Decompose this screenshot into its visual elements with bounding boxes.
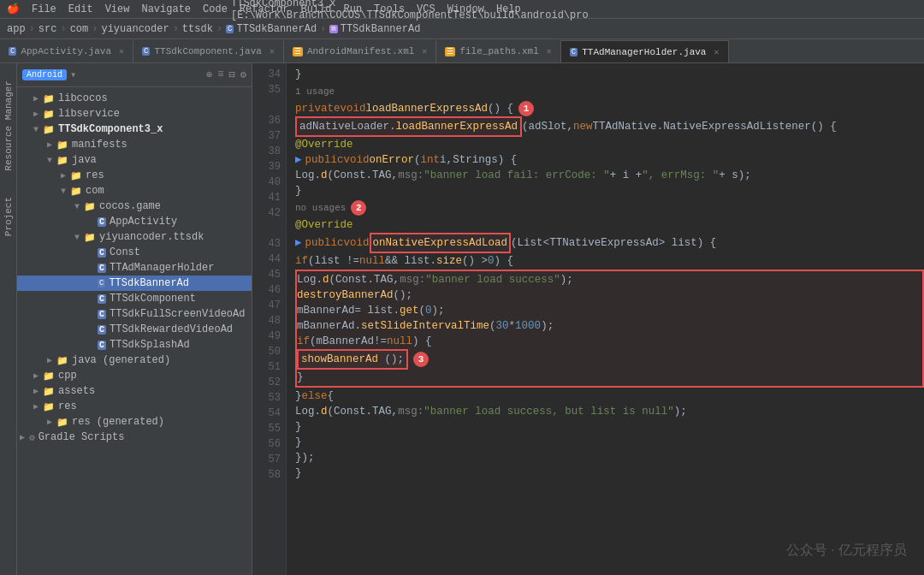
- settings-icon[interactable]: ⚙: [240, 68, 246, 81]
- code-line-44: ▶ public void onNativeExpressAdLoad ( Li…: [295, 233, 924, 253]
- circle-2: 2: [351, 200, 366, 216]
- tree-ttsdk-rewarded[interactable]: C TTSdkRewardedVideoAd: [17, 322, 252, 337]
- folder-icon-java-generated: 📁: [56, 355, 68, 366]
- label-java-generated: java (generated): [72, 354, 170, 366]
- project-sidebar: Android ▾ ⊕ ≡ ⊟ ⚙ ▶ 📁 libcocos ▶: [17, 63, 252, 575]
- dropdown-arrow[interactable]: ▾: [70, 68, 76, 81]
- tab-filepaths[interactable]: ☰ file_paths.xml ✕: [436, 40, 560, 62]
- line-numbers: 34 35 __ 36 37 38 39 40 41 42 __ 43 44 4…: [252, 63, 287, 575]
- folder-icon-com: 📁: [70, 186, 82, 197]
- folder-icon-libcocos: 📁: [43, 93, 55, 104]
- tab-xml-icon: ☰: [293, 47, 303, 56]
- tree-const[interactable]: C Const: [17, 245, 252, 260]
- code-line-57: });: [295, 450, 924, 465]
- tree-cocos-game[interactable]: ▼ 📁 cocos.game: [17, 199, 252, 214]
- tree-yiyuancoder[interactable]: ▼ 📁 yiyuancoder.ttsdk: [17, 229, 252, 245]
- code-line-39: ▶ public void onError ( int i, String s)…: [295, 152, 924, 168]
- label-cpp: cpp: [58, 370, 77, 382]
- tree-ttsdk-splash[interactable]: C TTSdkSplashAd: [17, 337, 252, 353]
- breadcrumb-com[interactable]: com: [70, 23, 89, 35]
- tree-java-generated[interactable]: ▶ 📁 java (generated): [17, 353, 252, 368]
- file-icon-const: C: [98, 248, 106, 258]
- tab-close-filepaths[interactable]: ✕: [547, 46, 552, 56]
- tree-libcocos[interactable]: ▶ 📁 libcocos: [17, 91, 252, 106]
- code-line-54: Log . d ( Const . TAG , msg: "banner loa…: [295, 404, 924, 419]
- menu-file[interactable]: File: [27, 2, 62, 17]
- breadcrumb-method[interactable]: m TTSdkBannerAd: [329, 23, 420, 35]
- tree-assets[interactable]: ▶ 📁 assets: [17, 383, 252, 399]
- debug-arrow-44: ▶: [295, 235, 302, 251]
- layout-icon[interactable]: ≡: [217, 68, 223, 81]
- tree-com[interactable]: ▼ 📁 com: [17, 183, 252, 199]
- tab-java-icon: C: [9, 47, 16, 56]
- label-res-generated: res (generated): [72, 416, 164, 428]
- breadcrumb-ttsdk[interactable]: ttsdk: [182, 23, 213, 35]
- label-libservice: libservice: [58, 108, 120, 120]
- menu-code[interactable]: Code: [198, 2, 233, 17]
- tree-libservice[interactable]: ▶ 📁 libservice: [17, 106, 252, 122]
- breadcrumb-yiyuancoder[interactable]: yiyuancoder: [101, 23, 169, 35]
- label-appactivity: AppActivity: [110, 216, 177, 228]
- tab-close-ttadmanager[interactable]: ✕: [714, 47, 719, 57]
- arrow-java-generated: ▶: [44, 355, 55, 365]
- code-line-49: mBannerAd . setSlideIntervalTime ( 30 * …: [297, 318, 922, 334]
- tree-res[interactable]: ▶ 📁 res: [17, 168, 252, 183]
- main-container: Resource Manager Project Android ▾ ⊕ ≡ ⊟…: [0, 63, 924, 575]
- tree-ttsdk-fullscreen[interactable]: C TTSdkFullScreenVideoAd: [17, 306, 252, 322]
- breadcrumb-class[interactable]: C TTSdkBannerAd: [226, 23, 317, 35]
- tab-close-appactivity[interactable]: ✕: [119, 46, 124, 56]
- tree-ttadmanager[interactable]: C TTAdManagerHolder: [17, 260, 252, 276]
- file-icon-ttsdk-fullscreen: C: [98, 310, 106, 319]
- arrow-res-generated: ▶: [44, 417, 55, 427]
- split-icon[interactable]: ⊟: [229, 68, 235, 81]
- tree-ttsdk-banner[interactable]: C TTSdkBannerAd: [17, 276, 252, 291]
- tree-cpp[interactable]: ▶ 📁 cpp: [17, 368, 252, 383]
- gear-icon[interactable]: ⊕: [206, 68, 212, 81]
- label-yiyuancoder: yiyuancoder.ttsdk: [99, 231, 204, 243]
- menu-view[interactable]: View: [100, 2, 135, 17]
- tree-manifests[interactable]: ▶ 📁 manifests: [17, 137, 252, 152]
- tab-close-ttsdk[interactable]: ✕: [270, 46, 275, 56]
- tab-ttadmanagerholder[interactable]: C TTAdManagerHolder.java ✕: [561, 40, 729, 62]
- code-line-52: }: [297, 370, 922, 385]
- tab-close-manifest[interactable]: ✕: [422, 46, 427, 56]
- breadcrumb-src[interactable]: src: [38, 23, 57, 35]
- code-usage-1: 1 usage: [295, 82, 924, 101]
- tree-ttsdk-root[interactable]: ▼ 📁 TTSdkComponent3_x: [17, 122, 252, 137]
- label-ttsdk-root: TTSdkComponent3_x: [58, 123, 163, 135]
- code-line-48: mBannerAd = list. get ( 0 );: [297, 303, 922, 318]
- usage-label-2: no usages: [295, 199, 346, 217]
- highlight-loadbanner: adNativeLoader.loadBannerExpressAd: [295, 116, 522, 137]
- sidebar-tools: ⊕ ≡ ⊟ ⚙: [206, 68, 246, 81]
- label-ttsdk-fullscreen: TTSdkFullScreenVideoAd: [110, 308, 245, 320]
- tree-gradle[interactable]: ▶ ⚙ Gradle Scripts: [17, 430, 252, 445]
- tab-ttsdk-component[interactable]: C TTSdkComponent.java ✕: [133, 40, 284, 62]
- tab-androidmanifest[interactable]: ☰ AndroidManifest.xml ✕: [284, 40, 436, 62]
- code-line-47: destroyBannerAd ();: [297, 288, 922, 303]
- tree-ttsdk-component[interactable]: C TTSdkComponent: [17, 291, 252, 306]
- code-line-41: }: [295, 183, 924, 199]
- arrow-assets: ▶: [31, 386, 41, 396]
- menu-edit[interactable]: Edit: [63, 2, 98, 17]
- label-res: res: [86, 169, 104, 181]
- menu-navigate[interactable]: Navigate: [136, 2, 196, 17]
- project-label[interactable]: Project: [3, 197, 14, 236]
- tab-ttsdk-component-label: TTSdkComponent.java: [154, 46, 261, 56]
- tab-appactivity[interactable]: C AppActivity.java ✕: [0, 40, 133, 62]
- resource-manager-label[interactable]: Resource Manager: [3, 80, 14, 171]
- code-line-46: Log . d ( Const . TAG , msg: "banner loa…: [297, 272, 922, 288]
- tree-appactivity[interactable]: C AppActivity: [17, 214, 252, 229]
- tree-res2[interactable]: ▶ 📁 res: [17, 399, 252, 414]
- code-line-38: @Override: [295, 137, 924, 152]
- breadcrumb-app[interactable]: app: [7, 23, 26, 35]
- code-editor[interactable]: } 1 usage private void loadBannerExpress…: [287, 63, 924, 575]
- code-line-45: if (list != null && list. size () > 0 ) …: [295, 253, 924, 269]
- folder-icon-res-generated: 📁: [56, 417, 68, 428]
- tree-java[interactable]: ▼ 📁 java: [17, 152, 252, 168]
- file-icon-ttadmanager: C: [98, 264, 106, 273]
- code-line-53: } else {: [295, 388, 924, 404]
- code-line-58: }: [295, 465, 924, 481]
- folder-icon-assets: 📁: [43, 386, 55, 397]
- label-java: java: [72, 154, 97, 166]
- tree-res-generated[interactable]: ▶ 📁 res (generated): [17, 414, 252, 430]
